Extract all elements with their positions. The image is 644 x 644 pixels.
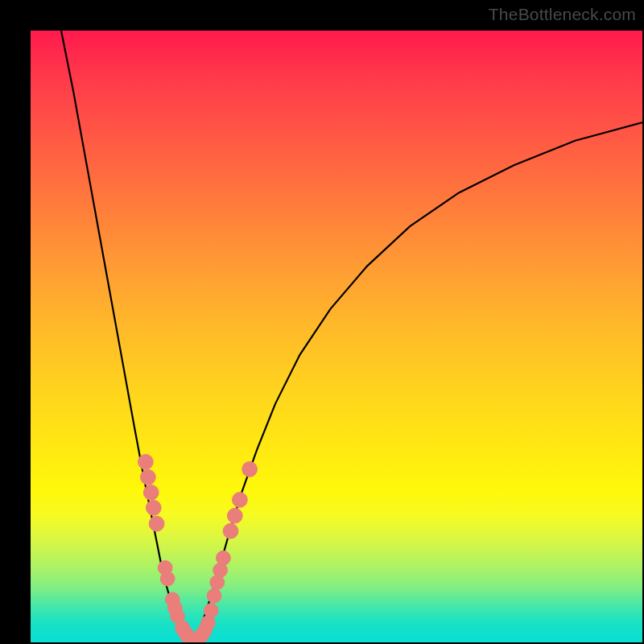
- data-marker: [227, 508, 242, 523]
- watermark-text: TheBottleneck.com: [489, 5, 636, 24]
- data-marker: [223, 523, 238, 539]
- chart-svg: [31, 31, 642, 642]
- data-marker: [146, 500, 161, 515]
- data-marker: [143, 485, 159, 500]
- data-marker: [138, 454, 154, 469]
- left-curve: [61, 31, 192, 639]
- data-marker: [233, 493, 248, 508]
- plot-area: [31, 31, 642, 642]
- data-marker: [149, 516, 164, 531]
- data-marker: [141, 469, 156, 485]
- data-marker: [242, 462, 258, 477]
- data-marker: [207, 588, 221, 603]
- marker-group: [138, 454, 258, 642]
- data-marker: [204, 604, 218, 618]
- right-curve: [196, 122, 642, 639]
- data-marker: [217, 551, 231, 565]
- chart-frame: TheBottleneck.com: [0, 0, 644, 644]
- data-marker: [160, 572, 175, 586]
